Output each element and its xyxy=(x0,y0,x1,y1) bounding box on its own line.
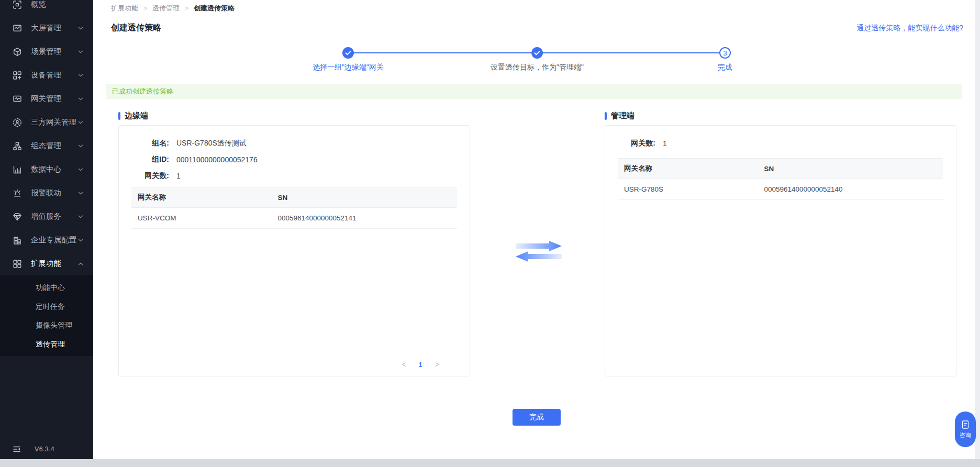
horizontal-scrollbar[interactable] xyxy=(0,459,980,467)
group-name-field: 组名: USR-G780S透传测试 xyxy=(131,135,457,151)
collapse-sidebar-icon[interactable] xyxy=(13,445,21,453)
col-gateway-name: 网关名称 xyxy=(618,164,758,173)
edge-section-title: 边缘端 xyxy=(125,111,148,121)
sidebar-footer: V6.3.4 xyxy=(0,441,93,457)
vertical-scrollbar[interactable] xyxy=(975,0,980,459)
pagination-next-button[interactable]: > xyxy=(435,360,439,369)
table-row: USR-G780S 00059614000000052140 xyxy=(618,179,943,200)
chevron-down-icon xyxy=(77,119,84,126)
sidebar-item-label: 场景管理 xyxy=(31,47,61,57)
stepper: 3 选择一组"边缘端"网关 设置透传目标，作为"管理端" 完成 xyxy=(93,39,975,79)
gateway-sn-cell: 00059614000000052141 xyxy=(271,214,457,222)
group-id-label: 组ID: xyxy=(131,155,169,164)
manager-gateway-count-value: 1 xyxy=(663,139,667,148)
manager-section-title: 管理端 xyxy=(611,111,634,121)
pagination-prev-button[interactable]: < xyxy=(402,360,406,369)
breadcrumb-separator: > xyxy=(143,5,147,12)
chevron-down-icon xyxy=(77,96,84,102)
edge-panel: 组名: USR-G780S透传测试 组ID: 00011000000000052… xyxy=(118,125,470,376)
group-name-label: 组名: xyxy=(131,139,169,148)
sidebar-subitem-camera-mgmt[interactable]: 摄像头管理 xyxy=(0,316,93,335)
sidebar-subitem-passthrough-mgmt[interactable]: 透传管理 xyxy=(0,335,93,353)
consult-button[interactable]: 咨询 xyxy=(955,412,976,447)
sidebar-item-label: 网关管理 xyxy=(31,94,61,104)
chevron-down-icon xyxy=(77,72,84,79)
chevron-up-icon xyxy=(77,261,84,267)
sidebar-item-scene-mgmt[interactable]: 场景管理 xyxy=(0,40,93,63)
table-row: USR-VCOM 00059614000000052141 xyxy=(131,208,457,229)
edge-section-header: 边缘端 xyxy=(118,111,148,121)
sidebar-item-device-mgmt[interactable]: 设备管理 xyxy=(0,63,93,87)
sidebar-item-gateway-mgmt[interactable]: 网关管理 xyxy=(0,87,93,110)
section-marker-bar xyxy=(605,112,607,120)
sidebar-item-third-party-gateway-mgmt[interactable]: 三方网关管理 xyxy=(0,110,93,134)
app-window: 概览 大屏管理 场景管理 设备管理 xyxy=(0,0,980,467)
sidebar-item-enterprise-config[interactable]: 企业专属配置 xyxy=(0,228,93,252)
table-header-row: 网关名称 SN xyxy=(131,187,457,208)
sidebar-subitem-scheduled-tasks[interactable]: 定时任务 xyxy=(0,297,93,316)
sidebar-item-label: 组态管理 xyxy=(31,141,61,151)
group-id-field: 组ID: 00011000000000052176 xyxy=(131,151,457,168)
breadcrumb-current: 创建透传策略 xyxy=(194,4,235,13)
edge-gateway-table: 网关名称 SN USR-VCOM 00059614000000052141 xyxy=(131,187,457,229)
sidebar-item-label: 设备管理 xyxy=(31,70,61,80)
pagination-page-1[interactable]: 1 xyxy=(419,361,422,369)
sidebar-item-label: 三方网关管理 xyxy=(31,117,76,127)
manager-gateway-table: 网关名称 SN USR-G780S 00059614000000052140 xyxy=(618,158,943,200)
gateway-sn-cell: 00059614000000052140 xyxy=(758,185,943,193)
manager-gateway-count-label: 网关数: xyxy=(618,139,655,148)
step3-number-badge: 3 xyxy=(719,47,731,59)
sidebar-item-alarm-linkage[interactable]: 报警联动 xyxy=(0,181,93,205)
table-header-row: 网关名称 SN xyxy=(618,158,943,179)
step1-label: 选择一组"边缘端"网关 xyxy=(313,63,384,72)
col-sn: SN xyxy=(271,194,457,202)
chevron-down-icon xyxy=(77,237,84,243)
page-header: 创建透传策略 通过透传策略，能实现什么功能? xyxy=(93,17,975,39)
edge-gateway-count-field: 网关数: 1 xyxy=(131,168,457,184)
data-center-icon xyxy=(13,165,22,174)
version-label: V6.3.4 xyxy=(35,446,54,453)
breadcrumb-extensions[interactable]: 扩展功能 xyxy=(111,4,138,13)
help-link[interactable]: 通过透传策略，能实现什么功能? xyxy=(856,24,963,33)
sidebar-item-data-center[interactable]: 数据中心 xyxy=(0,158,93,181)
sidebar-item-label: 大屏管理 xyxy=(31,23,61,33)
edge-pagination: < 1 > xyxy=(402,360,439,369)
edge-gateway-count-value: 1 xyxy=(176,172,181,180)
big-screen-icon xyxy=(13,24,22,33)
group-name-value: USR-G780S透传测试 xyxy=(176,139,247,148)
sidebar-item-label: 数据中心 xyxy=(31,164,61,174)
document-icon xyxy=(961,420,970,429)
overview-icon xyxy=(13,0,22,9)
step2-label: 设置透传目标，作为"管理端" xyxy=(491,63,584,72)
sidebar-nav: 概览 大屏管理 场景管理 设备管理 xyxy=(0,0,93,356)
alarm-icon xyxy=(13,188,22,198)
success-alert: 已成功创建透传策略 xyxy=(106,84,962,99)
manager-section-header: 管理端 xyxy=(605,111,634,121)
chevron-down-icon xyxy=(77,49,84,55)
sidebar-item-overview[interactable]: 概览 xyxy=(0,0,93,16)
manager-panel: 网关数: 1 网关名称 SN USR-G780S 000596140000000… xyxy=(605,125,956,376)
col-sn: SN xyxy=(758,165,943,173)
sidebar-item-configuration-mgmt[interactable]: 组态管理 xyxy=(0,134,93,158)
chevron-down-icon xyxy=(77,25,84,31)
value-added-icon xyxy=(13,212,22,221)
device-icon xyxy=(13,71,22,80)
chevron-down-icon xyxy=(77,143,84,149)
step2-check-icon xyxy=(531,47,543,59)
sidebar-item-label: 概览 xyxy=(31,0,46,9)
finish-button[interactable]: 完成 xyxy=(513,409,561,426)
gateway-name-cell: USR-VCOM xyxy=(131,214,271,222)
sidebar-item-extensions[interactable]: 扩展功能 xyxy=(0,252,93,275)
sidebar-item-big-screen-mgmt[interactable]: 大屏管理 xyxy=(0,16,93,40)
configuration-icon xyxy=(13,141,22,151)
gateway-icon xyxy=(13,94,22,104)
chevron-down-icon xyxy=(77,190,84,196)
step3-label: 完成 xyxy=(718,63,732,72)
sidebar-subitem-function-center[interactable]: 功能中心 xyxy=(0,278,93,297)
third-party-gateway-icon xyxy=(13,118,22,127)
sidebar: 概览 大屏管理 场景管理 设备管理 xyxy=(0,0,93,459)
chevron-down-icon xyxy=(77,214,84,220)
breadcrumb-passthrough-mgmt[interactable]: 透传管理 xyxy=(152,4,180,13)
extension-icon xyxy=(13,259,22,269)
sidebar-item-value-added-services[interactable]: 增值服务 xyxy=(0,205,93,228)
